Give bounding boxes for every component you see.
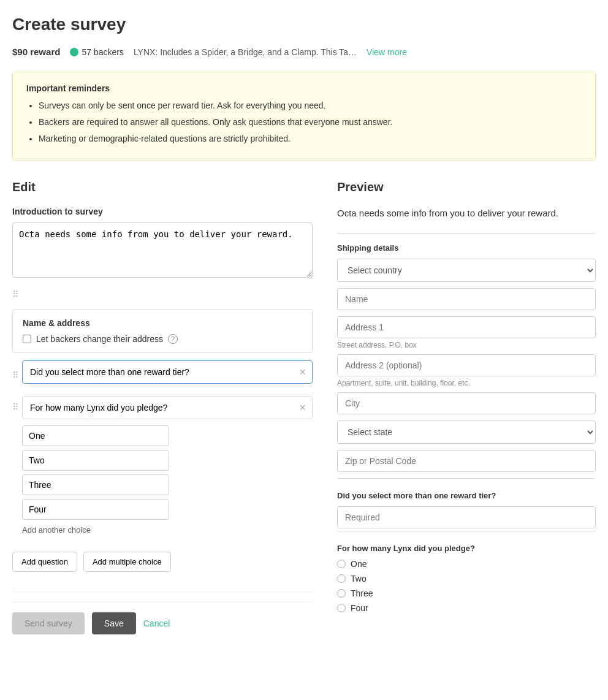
choice-input-1[interactable]: Two bbox=[22, 450, 169, 471]
add-question-button[interactable]: Add question bbox=[12, 552, 77, 572]
radio-label-0: One bbox=[351, 559, 367, 569]
reminder-item: Surveys can only be sent once per reward… bbox=[39, 99, 582, 112]
send-survey-button[interactable]: Send survey bbox=[12, 612, 85, 634]
radio-option-3: Four bbox=[337, 603, 596, 613]
radio-circle-2 bbox=[337, 589, 346, 598]
name-input[interactable] bbox=[337, 288, 596, 310]
reminders-list: Surveys can only be sent once per reward… bbox=[26, 99, 582, 145]
preview-column: Preview Octa needs some info from you to… bbox=[337, 180, 596, 618]
address1-hint: Street address, P.O. box bbox=[337, 341, 596, 349]
radio-option-0: One bbox=[337, 559, 596, 569]
state-select[interactable]: Select state bbox=[337, 420, 596, 444]
question-2-container: For how many Lynx did you pledge? × One … bbox=[22, 396, 313, 544]
address2-hint: Apartment, suite, unit, building, floor,… bbox=[337, 379, 596, 387]
radio-circle-1 bbox=[337, 574, 346, 583]
choice-row-3: Four bbox=[22, 499, 313, 520]
preview-divider-2 bbox=[337, 478, 596, 479]
add-multiple-choice-button[interactable]: Add multiple choice bbox=[83, 552, 171, 572]
radio-label-2: Three bbox=[351, 588, 373, 598]
address2-input[interactable] bbox=[337, 354, 596, 376]
question-1-input[interactable]: Did you select more than one reward tier… bbox=[30, 367, 286, 377]
cancel-link[interactable]: Cancel bbox=[143, 618, 170, 628]
preview-title: Preview bbox=[337, 180, 596, 194]
green-dot-icon bbox=[70, 48, 78, 56]
radio-label-3: Four bbox=[351, 603, 368, 613]
question-1-block: Did you select more than one reward tier… bbox=[22, 360, 313, 384]
reward-bar: $90 reward 57 backers LYNX: Includes a S… bbox=[12, 47, 596, 57]
backers-count: 57 backers bbox=[82, 47, 123, 57]
address1-input[interactable] bbox=[337, 316, 596, 338]
let-backers-checkbox[interactable] bbox=[23, 335, 31, 343]
page-title: Create survey bbox=[12, 15, 596, 34]
save-button[interactable]: Save bbox=[92, 612, 136, 634]
radio-option-1: Two bbox=[337, 574, 596, 584]
preview-divider-3 bbox=[337, 531, 596, 531]
preview-intro: Octa needs some info from you to deliver… bbox=[337, 207, 596, 221]
question1-required-input[interactable] bbox=[337, 506, 596, 528]
checkbox-row: Let backers change their address ? bbox=[23, 334, 302, 344]
drag-handle-q2: ⠿ bbox=[12, 402, 18, 412]
main-columns: Edit Introduction to survey Octa needs s… bbox=[12, 180, 596, 634]
radio-circle-3 bbox=[337, 604, 346, 612]
edit-column: Edit Introduction to survey Octa needs s… bbox=[12, 180, 313, 634]
radio-option-2: Three bbox=[337, 588, 596, 598]
radio-label-1: Two bbox=[351, 574, 367, 584]
question-2-input[interactable]: For how many Lynx did you pledge? bbox=[30, 403, 305, 413]
radio-circle-0 bbox=[337, 560, 346, 568]
choice-input-0[interactable]: One bbox=[22, 425, 169, 446]
intro-textarea[interactable]: Octa needs some info from you to deliver… bbox=[12, 223, 313, 278]
preview-question2-label: For how many Lynx did you pledge? bbox=[337, 544, 596, 553]
intro-label: Introduction to survey bbox=[12, 207, 313, 216]
let-backers-label: Let backers change their address bbox=[36, 334, 163, 344]
backers-badge: 57 backers bbox=[70, 47, 123, 57]
action-buttons: Add question Add multiple choice bbox=[12, 552, 313, 572]
choice-row-1: Two bbox=[22, 450, 313, 471]
question-1-close-button[interactable]: × bbox=[299, 366, 306, 379]
reward-amount: $90 reward bbox=[12, 47, 60, 57]
choices-list: One Two Three Four bbox=[22, 425, 313, 520]
choice-row-0: One bbox=[22, 425, 313, 446]
name-address-title: Name & address bbox=[23, 318, 302, 328]
preview-question1-label: Did you select more than one reward tier… bbox=[337, 491, 596, 500]
shipping-label: Shipping details bbox=[337, 243, 596, 253]
choice-row-2: Three bbox=[22, 474, 313, 495]
reminders-box: Important reminders Surveys can only be … bbox=[12, 72, 596, 161]
name-address-block: Name & address Let backers change their … bbox=[12, 309, 313, 353]
reminders-title: Important reminders bbox=[26, 83, 582, 93]
edit-title: Edit bbox=[12, 180, 313, 194]
country-select[interactable]: Select country bbox=[337, 259, 596, 282]
reminder-item: Marketing or demographic-related questio… bbox=[39, 132, 582, 145]
city-input[interactable] bbox=[337, 392, 596, 414]
zip-input[interactable] bbox=[337, 450, 596, 472]
drag-handle-q1: ⠿ bbox=[12, 370, 18, 380]
help-icon[interactable]: ? bbox=[168, 334, 178, 344]
question-2-close-button[interactable]: × bbox=[299, 401, 306, 414]
view-more-link[interactable]: View more bbox=[367, 47, 407, 57]
choice-input-2[interactable]: Three bbox=[22, 474, 169, 495]
reminder-item: Backers are required to answer all quest… bbox=[39, 116, 582, 129]
reward-description: LYNX: Includes a Spider, a Bridge, and a… bbox=[134, 47, 357, 57]
drag-handle-name-address: ⠿ bbox=[12, 289, 18, 299]
question-2-block: For how many Lynx did you pledge? × bbox=[22, 396, 313, 419]
choice-input-3[interactable]: Four bbox=[22, 499, 169, 520]
footer-buttons: Send survey Save Cancel bbox=[12, 602, 313, 634]
add-choice-link[interactable]: Add another choice bbox=[22, 525, 91, 535]
preview-divider bbox=[337, 233, 596, 234]
